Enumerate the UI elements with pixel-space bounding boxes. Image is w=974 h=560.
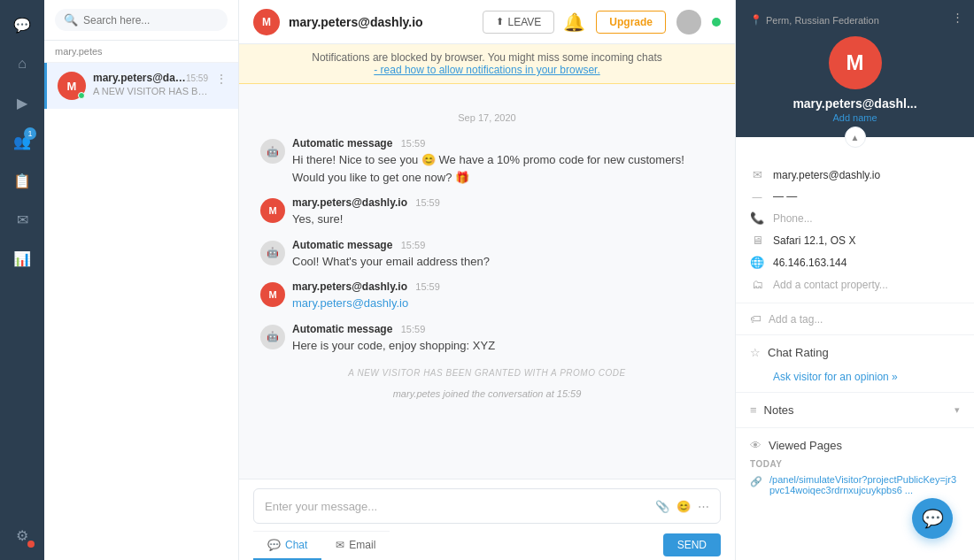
phone-handset-icon: 📞 xyxy=(750,211,764,225)
message-sender: mary.peters@dashly.io 15:59 xyxy=(292,280,714,293)
phone-input[interactable]: Phone... xyxy=(773,212,813,225)
viewed-pages-title: Viewed Pages xyxy=(769,439,842,452)
sidebar-icon-play[interactable]: ▶ xyxy=(6,87,38,119)
system-message-joined: mary.petes joined the conversation at 15… xyxy=(260,388,714,399)
notification-bell-icon[interactable]: 🔔 xyxy=(563,12,585,33)
page-url[interactable]: /panel/simulateVisitor?projectPublicKey=… xyxy=(769,474,960,495)
add-property-link[interactable]: Add a contact property... xyxy=(773,279,888,291)
sidebar-icon-stats[interactable]: 📊 xyxy=(6,242,38,274)
message-time: 15:59 xyxy=(401,324,426,334)
sidebar-icon-chat[interactable]: 💬 xyxy=(6,9,38,41)
input-icons: 📎 😊 ⋯ xyxy=(655,500,709,513)
location-pin-icon: 📍 xyxy=(750,14,762,26)
expand-button[interactable]: ▲ xyxy=(845,127,866,148)
right-panel: 📍 Perm, Russian Federation ⋮ M mary.pete… xyxy=(735,0,974,560)
conv-time: 15:59 xyxy=(186,73,208,83)
conv-name: mary.peters@dashly.io xyxy=(93,72,186,84)
page-item: 🔗 /panel/simulateVisitor?projectPublicKe… xyxy=(750,474,960,495)
sidebar-icon-settings[interactable]: ⚙ xyxy=(6,519,38,551)
notification-banner: Notifications are blocked by browser. Yo… xyxy=(239,44,735,84)
input-area: Enter your message... 📎 😊 ⋯ 💬 Chat ✉ Ema… xyxy=(239,479,735,560)
plus-property-icon: 🗂 xyxy=(750,278,764,291)
notes-title: Notes xyxy=(764,403,947,417)
play-icon: ▶ xyxy=(17,95,27,111)
notes-section: ≡ Notes ▾ xyxy=(736,393,974,428)
message-sender: Automatic message 15:59 xyxy=(292,137,714,150)
add-property-row: 🗂 Add a contact property... xyxy=(750,273,960,295)
online-indicator xyxy=(78,92,85,99)
hero-more-icon[interactable]: ⋮ xyxy=(952,11,963,24)
message-time: 15:59 xyxy=(415,281,440,292)
message-input-box[interactable]: Enter your message... 📎 😊 ⋯ xyxy=(253,488,721,524)
today-label: TODAY xyxy=(750,459,960,469)
notes-icon: ≡ xyxy=(750,403,757,417)
user-msg-avatar: M xyxy=(260,282,285,307)
globe-icon: 🌐 xyxy=(750,256,764,269)
email-link[interactable]: mary.peters@dashly.io xyxy=(292,296,408,310)
phone-dashes: — — xyxy=(773,190,797,203)
message-text: Yes, sure! xyxy=(292,211,714,228)
chevron-down-icon: ▾ xyxy=(955,404,960,416)
sidebar-icon-home[interactable]: ⌂ xyxy=(6,48,38,80)
sidebar-icon-team[interactable]: 👥 1 xyxy=(6,126,38,157)
tab-chat[interactable]: 💬 Chat xyxy=(253,532,321,560)
phone-placeholder-row: — — — xyxy=(750,186,960,207)
conv-options-icon[interactable]: ⋮ xyxy=(215,72,228,86)
message-time: 15:59 xyxy=(415,197,440,208)
notes-header[interactable]: ≡ Notes ▾ xyxy=(736,393,974,427)
add-name-link[interactable]: Add name xyxy=(832,112,877,123)
message-time: 15:59 xyxy=(401,138,426,149)
messages-area: Sep 17, 2020 🤖 Automatic message 15:59 H… xyxy=(239,84,735,479)
send-options-icon[interactable]: ⋯ xyxy=(698,500,709,513)
sidebar-icon-reports[interactable]: 📋 xyxy=(6,165,38,196)
conv-preview: A NEW VISITOR HAS BEEN GRA... xyxy=(93,86,208,96)
floating-chat-button[interactable]: 💬 xyxy=(912,498,953,539)
floating-chat-icon: 💬 xyxy=(922,508,944,529)
leave-button[interactable]: ⬆ LEAVE xyxy=(483,11,555,34)
input-tabs-row: 💬 Chat ✉ Email SEND xyxy=(253,524,721,560)
search-box[interactable]: 🔍 xyxy=(55,9,228,31)
sidebar-icon-email[interactable]: ✉ xyxy=(6,203,38,235)
message-content: Automatic message 15:59 Cool! What's you… xyxy=(292,239,714,271)
user-avatar[interactable] xyxy=(676,10,701,35)
emoji-icon[interactable]: 😊 xyxy=(676,500,691,513)
chat-rating-section: ☆ Chat Rating Ask visitor for an opinion… xyxy=(736,335,974,393)
home-icon: ⌂ xyxy=(18,56,27,72)
conversation-list: 🔍 mary.petes M mary.peters@dashly.io 15:… xyxy=(44,0,239,560)
date-divider: Sep 17, 2020 xyxy=(260,112,714,123)
email-row: ✉ mary.peters@dashly.io xyxy=(750,164,960,186)
hero-location: 📍 Perm, Russian Federation xyxy=(750,14,960,26)
chat-rating-header[interactable]: ☆ Chat Rating xyxy=(736,335,974,370)
conv-info: mary.peters@dashly.io 15:59 A NEW VISITO… xyxy=(93,72,208,96)
chart-icon: 📊 xyxy=(13,250,31,267)
conversation-item[interactable]: M mary.peters@dashly.io 15:59 A NEW VISI… xyxy=(44,63,238,109)
bot-avatar: 🤖 xyxy=(260,325,285,349)
search-input[interactable] xyxy=(83,14,219,27)
chat-tab-icon: 💬 xyxy=(267,539,281,551)
message-content: mary.peters@dashly.io 15:59 mary.peters@… xyxy=(292,280,714,312)
chat-rating-title: Chat Rating xyxy=(768,346,960,359)
email-value: mary.peters@dashly.io xyxy=(773,169,880,181)
message-text: Hi there! Nice to see you 😊 We have a 10… xyxy=(292,151,714,186)
send-button[interactable]: SEND xyxy=(663,533,721,556)
message-row: 🤖 Automatic message 15:59 Hi there! Nice… xyxy=(260,137,714,186)
contact-info-section: ✉ mary.peters@dashly.io — — — 📞 Phone...… xyxy=(736,150,974,303)
email-field-icon: ✉ xyxy=(750,168,764,181)
monitor-icon: 🖥 xyxy=(750,234,764,247)
add-tag-input[interactable]: Add a tag... xyxy=(769,313,823,326)
message-text: Cool! What's your email address then? xyxy=(292,253,714,271)
system-message-promo: A NEW VISITOR HAS BEEN GRANTED WITH A PR… xyxy=(260,368,714,378)
browser-value: Safari 12.1, OS X xyxy=(773,234,855,247)
star-icon: ☆ xyxy=(750,346,761,359)
notification-link[interactable]: - read how to allow notifications in you… xyxy=(374,64,599,76)
message-content: Automatic message 15:59 Hi there! Nice t… xyxy=(292,137,714,186)
message-row: M mary.peters@dashly.io 15:59 mary.peter… xyxy=(260,280,714,312)
ask-opinion-link[interactable]: Ask visitor for an opinion » xyxy=(773,371,898,383)
tab-email[interactable]: ✉ Email xyxy=(321,532,390,560)
phone-icon: — xyxy=(750,191,764,202)
chat-header-title: mary.peters@dashly.io xyxy=(289,15,474,29)
user-msg-avatar: M xyxy=(260,198,285,223)
attachment-icon[interactable]: 📎 xyxy=(655,500,669,513)
message-text: mary.peters@dashly.io xyxy=(292,295,714,312)
upgrade-button[interactable]: Upgrade xyxy=(596,11,666,34)
